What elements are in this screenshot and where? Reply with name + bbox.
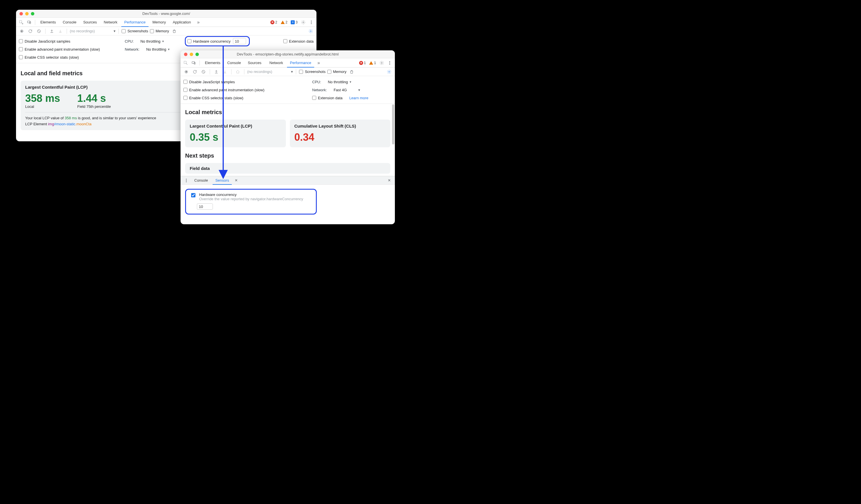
- minimize-dot[interactable]: [25, 12, 29, 15]
- recordings-select[interactable]: (no recordings): [70, 29, 95, 33]
- tab-elements[interactable]: Elements: [38, 18, 59, 27]
- record-icon[interactable]: [18, 28, 25, 34]
- download-icon[interactable]: [57, 28, 64, 34]
- main-tabs: Elements Console Sources Network Perform…: [180, 58, 395, 68]
- settings-icon[interactable]: [378, 59, 385, 66]
- cpu-select[interactable]: No throttling: [140, 39, 164, 43]
- upload-icon[interactable]: [213, 68, 220, 75]
- lcp-value: 0.35 s: [190, 131, 281, 143]
- lcp-field-label: Field 75th percentile: [77, 104, 111, 109]
- kebab-icon[interactable]: [308, 19, 315, 26]
- inspect-icon[interactable]: [182, 59, 189, 66]
- hw-concurrency-input[interactable]: [233, 38, 246, 44]
- next-steps-heading: Next steps: [185, 152, 390, 159]
- lcp-field-value: 1.44 s: [77, 93, 111, 104]
- svg-point-6: [311, 23, 312, 24]
- reload-record-icon[interactable]: [191, 68, 198, 75]
- perf-settings-icon[interactable]: [386, 68, 393, 75]
- extension-data-check[interactable]: Extension data: [312, 96, 342, 100]
- tab-network[interactable]: Network: [265, 58, 286, 68]
- svg-point-3: [303, 22, 304, 23]
- network-label: Network:: [125, 47, 139, 52]
- kebab-icon[interactable]: [386, 59, 393, 66]
- memory-check[interactable]: Memory: [150, 29, 169, 33]
- tab-console[interactable]: Console: [224, 58, 244, 68]
- close-dot[interactable]: [19, 12, 23, 15]
- maximize-dot[interactable]: [195, 53, 199, 56]
- adv-paint-check[interactable]: Enable advanced paint instrumentation (s…: [19, 47, 100, 52]
- download-icon[interactable]: [221, 68, 228, 75]
- network-select[interactable]: Fast 4G: [334, 88, 347, 92]
- tab-application[interactable]: Application: [170, 18, 194, 27]
- network-label: Network:: [312, 88, 327, 92]
- css-stats-check[interactable]: Enable CSS selector stats (slow): [183, 96, 243, 100]
- hw-concurrency-check[interactable]: Hardware concurrency: [188, 39, 231, 43]
- tab-sources[interactable]: Sources: [245, 58, 264, 68]
- field-data-card: Field data: [185, 163, 390, 173]
- tab-performance[interactable]: Performance: [287, 58, 314, 68]
- memory-check[interactable]: Memory: [327, 70, 346, 74]
- more-tabs-icon[interactable]: »: [195, 19, 202, 26]
- perf-toolbar: (no recordings) ▾ Screenshots Memory: [180, 68, 395, 76]
- drawer-kebab-icon[interactable]: [183, 177, 190, 184]
- hw-concurrency-check[interactable]: [191, 193, 195, 197]
- perf-options: Disable JavaScript samples CPU: No throt…: [180, 76, 395, 104]
- clear-icon[interactable]: [36, 28, 42, 34]
- tab-performance[interactable]: Performance: [121, 18, 148, 27]
- record-icon[interactable]: [183, 68, 190, 75]
- more-tabs-icon[interactable]: »: [315, 59, 322, 66]
- reload-record-icon[interactable]: [27, 28, 34, 34]
- tab-memory[interactable]: Memory: [150, 18, 169, 27]
- scrollbar[interactable]: [392, 104, 394, 144]
- svg-rect-12: [192, 61, 194, 64]
- drawer-tab-console[interactable]: Console: [191, 176, 211, 185]
- disable-js-check[interactable]: Disable JavaScript samples: [183, 80, 235, 84]
- upload-icon[interactable]: [49, 28, 55, 34]
- errors-badge[interactable]: ✕2: [269, 20, 278, 24]
- svg-point-22: [186, 179, 187, 179]
- svg-point-16: [390, 62, 390, 63]
- drawer-tabs: Console Sensors ✕ ✕: [180, 176, 395, 185]
- hw-concurrency-label: Hardware concurrency: [199, 193, 303, 197]
- learn-more-link[interactable]: Learn more: [350, 96, 368, 100]
- adv-paint-check[interactable]: Enable advanced paint instrumentation (s…: [183, 88, 264, 92]
- tab-elements[interactable]: Elements: [202, 58, 223, 68]
- screenshots-check[interactable]: Screenshots: [122, 29, 148, 33]
- cls-value: 0.34: [295, 131, 386, 143]
- network-select[interactable]: No throttling: [146, 47, 170, 52]
- svg-point-15: [390, 61, 390, 62]
- svg-rect-1: [27, 21, 30, 23]
- drawer-tab-sensors[interactable]: Sensors: [213, 176, 232, 185]
- device-icon[interactable]: [26, 19, 32, 26]
- tab-network[interactable]: Network: [101, 18, 121, 27]
- tab-console[interactable]: Console: [60, 18, 79, 27]
- errors-badge[interactable]: ✕1: [358, 61, 367, 65]
- sensors-body: Hardware concurrency Override the value …: [180, 185, 395, 220]
- tab-sources[interactable]: Sources: [80, 18, 100, 27]
- cpu-select[interactable]: No throttling: [328, 80, 351, 84]
- maximize-dot[interactable]: [31, 12, 34, 15]
- device-icon[interactable]: [190, 59, 197, 66]
- close-tab-icon[interactable]: ✕: [233, 177, 238, 184]
- settings-icon[interactable]: [300, 19, 307, 26]
- clear-icon[interactable]: [200, 68, 207, 75]
- close-dot[interactable]: [184, 53, 188, 56]
- inspect-icon[interactable]: [18, 19, 25, 26]
- close-drawer-icon[interactable]: ✕: [386, 177, 393, 184]
- home-icon[interactable]: [234, 68, 241, 75]
- disable-js-check[interactable]: Disable JavaScript samples: [19, 39, 70, 43]
- messages-badge[interactable]: ≡3: [290, 20, 299, 24]
- warnings-badge[interactable]: 1: [368, 61, 377, 65]
- gc-icon[interactable]: [348, 68, 355, 75]
- warnings-badge[interactable]: 2: [279, 20, 289, 24]
- extension-data-check[interactable]: Extension data: [283, 39, 314, 43]
- perf-settings-icon[interactable]: [307, 28, 314, 34]
- css-stats-check[interactable]: Enable CSS selector stats (slow): [19, 55, 79, 59]
- traffic-lights: [180, 53, 199, 56]
- screenshots-check[interactable]: Screenshots: [299, 70, 325, 74]
- hw-concurrency-input[interactable]: [197, 204, 213, 210]
- gc-icon[interactable]: [171, 28, 178, 34]
- recordings-select[interactable]: (no recordings): [247, 70, 272, 74]
- titlebar: DevTools - www.google.com/: [16, 10, 316, 18]
- minimize-dot[interactable]: [190, 53, 193, 56]
